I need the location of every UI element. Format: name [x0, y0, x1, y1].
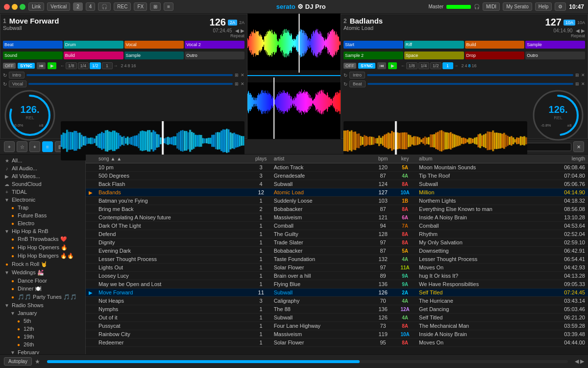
- deck-right-loop-4[interactable]: 1: [442, 62, 453, 69]
- track-song-13[interactable]: Loosey Lucy: [96, 272, 251, 280]
- search-close-button[interactable]: ✕: [573, 141, 584, 152]
- sidebar-item-18[interactable]: ▼Radio Shows: [0, 301, 85, 309]
- track-song-12[interactable]: Lights Out: [96, 263, 251, 272]
- add-smartcrate-button[interactable]: ☆: [17, 141, 27, 152]
- sidebar-item-4[interactable]: +TIDAL: [0, 188, 85, 196]
- table-row[interactable]: ▶Move Forward11Subwall1262ASelf Titled07…: [86, 289, 588, 297]
- table-row[interactable]: Rainbow City1Massiveism11910AInside A No…: [86, 330, 588, 339]
- track-song-5[interactable]: Bring me Back: [96, 205, 251, 213]
- scroll-right-icon[interactable]: ▶: [580, 358, 584, 365]
- headphones-button[interactable]: 🎧: [98, 2, 111, 11]
- cue-pad-7[interactable]: Outro: [185, 52, 245, 59]
- track-song-20[interactable]: Rainbow City: [96, 330, 251, 339]
- sidebar-item-10[interactable]: ●RnB Throwbacks ❤️: [0, 235, 85, 243]
- deck-left-loop-4[interactable]: 1: [102, 62, 113, 69]
- help-button[interactable]: Help: [535, 2, 552, 11]
- add-folder-button[interactable]: +: [29, 141, 40, 152]
- track-song-21[interactable]: Redeemer: [96, 339, 251, 347]
- cue-pad-2[interactable]: Vocal: [124, 41, 184, 49]
- table-row[interactable]: ▶Badlands12Atomic Load12710AMillion04:14…: [86, 188, 588, 197]
- track-song-11[interactable]: Lesser Thought Process: [96, 255, 251, 263]
- sidebar-item-9[interactable]: ▼Hip Hop & RnB: [0, 227, 85, 235]
- table-row[interactable]: Dark Of The Light1Comball947AComball04:5…: [86, 222, 588, 230]
- deck-left-fx1[interactable]: Intro: [9, 72, 24, 79]
- table-row[interactable]: Not Heaps3Caligraphy704AThe Hurricane03:…: [86, 297, 588, 305]
- deck-left-loop-2[interactable]: 1/4: [78, 62, 89, 69]
- add-crate-button[interactable]: +: [4, 141, 15, 152]
- table-row[interactable]: Evening Dark1Bobabacker875ADownsetting06…: [86, 247, 588, 255]
- track-song-10[interactable]: Evening Dark: [96, 247, 251, 255]
- fx-button[interactable]: FX: [134, 2, 147, 11]
- sidebar-item-20[interactable]: ●5th: [0, 317, 85, 325]
- deck-right-loop-2[interactable]: 1/4: [418, 62, 430, 69]
- sidebar-item-3[interactable]: ☁SoundCloud: [0, 180, 85, 188]
- track-song-18[interactable]: Out of it: [96, 314, 251, 322]
- cue-pad-7[interactable]: Outro: [525, 52, 585, 59]
- deck-left-loop-3[interactable]: 1/2: [90, 62, 101, 69]
- table-row[interactable]: Lights Out1Solar Flower9711AMoves On04:4…: [86, 263, 588, 272]
- deck-right-prev-btn[interactable]: ⏮: [377, 62, 386, 69]
- grid-button[interactable]: ⊞: [150, 2, 161, 11]
- sidebar-item-8[interactable]: ●Electro: [0, 219, 85, 227]
- track-song-0[interactable]: 10 pm: [96, 163, 251, 172]
- sidebar-item-21[interactable]: ●12th: [0, 325, 85, 333]
- track-song-19[interactable]: Pussycat: [96, 322, 251, 330]
- sidebar-item-1[interactable]: ♪All Audio...: [0, 164, 85, 172]
- track-song-6[interactable]: Contemplating A Noisey future: [96, 213, 251, 222]
- track-song-2[interactable]: Back Flash: [96, 180, 251, 188]
- th-bpm[interactable]: bpm: [372, 155, 394, 163]
- sidebar-item-13[interactable]: ●Rock n Roll 🤘: [0, 260, 85, 268]
- table-row[interactable]: Lesser Thought Process1Taste Foundation1…: [86, 255, 588, 263]
- rec-button[interactable]: REC: [114, 2, 131, 11]
- deck-left-off-btn[interactable]: OFF: [3, 63, 16, 69]
- table-row[interactable]: Nymphs1The 8813612AGet Dancing05:03.46: [86, 305, 588, 314]
- sidebar-item-17[interactable]: ●🎵🎵 Party Tunes 🎵🎵: [0, 293, 85, 301]
- track-song-17[interactable]: Nymphs: [96, 305, 251, 314]
- deck-right-off-btn[interactable]: OFF: [343, 63, 356, 69]
- track-song-3[interactable]: Badlands: [96, 188, 251, 197]
- vertical-button[interactable]: Vertical: [47, 2, 70, 11]
- table-row[interactable]: Bring me Back2Bobabacker878AEverything E…: [86, 205, 588, 213]
- star-icon[interactable]: ★: [35, 358, 40, 365]
- cue-pad-1[interactable]: Riff: [404, 41, 464, 49]
- track-song-16[interactable]: Not Heaps: [96, 297, 251, 305]
- autoplay-button[interactable]: Autoplay: [4, 357, 32, 366]
- table-row[interactable]: Dignity1Trade Slater978AMy Only Salvatio…: [86, 238, 588, 247]
- close-button[interactable]: [4, 4, 10, 10]
- track-song-1[interactable]: 500 Degrees: [96, 172, 251, 180]
- list-view-button[interactable]: ≡: [42, 141, 53, 152]
- deck-right-loop-3[interactable]: 1/2: [430, 62, 441, 69]
- link-button[interactable]: Link: [28, 2, 44, 11]
- deck-left-fx2[interactable]: Vocal: [9, 80, 26, 87]
- minimize-button[interactable]: [12, 4, 18, 10]
- table-row[interactable]: Redeemer1Solar Flower958AMoves On04:44.0…: [86, 339, 588, 347]
- sidebar-item-19[interactable]: ▼January: [0, 309, 85, 317]
- table-row[interactable]: May we be Open and Lost1Flying Blue1369A…: [86, 280, 588, 289]
- scroll-left-icon[interactable]: ◀: [575, 358, 579, 365]
- deck-right-fx2[interactable]: Beat: [349, 80, 366, 87]
- cue-pad-4[interactable]: Sound: [3, 52, 63, 59]
- settings-button[interactable]: ⚙: [555, 2, 566, 11]
- th-plays[interactable]: plays: [251, 155, 271, 163]
- cue-pad-3[interactable]: Vocal 2: [185, 41, 245, 49]
- table-row[interactable]: Batman you're Fying1Suddenly Loose1031BN…: [86, 197, 588, 205]
- deck-right-fx1[interactable]: Intro: [349, 72, 365, 79]
- cue-pad-5[interactable]: Space: [404, 52, 464, 59]
- deck-left-play-btn[interactable]: ▶: [48, 62, 56, 69]
- track-song-8[interactable]: Defend: [96, 230, 251, 238]
- deck-right-loop-1[interactable]: 1/8: [406, 62, 417, 69]
- maximize-button[interactable]: [20, 4, 25, 10]
- deck-left-loop-1[interactable]: 1/8: [66, 62, 77, 69]
- cue-pad-3[interactable]: Sample: [525, 41, 585, 49]
- th-album[interactable]: album: [416, 155, 556, 163]
- table-row[interactable]: Out of it1Subwall1264ASelf Titled06:21.2…: [86, 314, 588, 322]
- sidebar-item-2[interactable]: ▶All Videos...: [0, 172, 85, 180]
- sidebar-item-11[interactable]: ●Hip Hop Openers 🔥: [0, 243, 85, 252]
- sidebar-item-5[interactable]: ▼Electronic: [0, 196, 85, 204]
- cue-pad-4[interactable]: Sample 2: [343, 52, 403, 59]
- th-artist[interactable]: artist: [271, 155, 372, 163]
- deck-left-sync-btn[interactable]: SYNC: [18, 63, 35, 69]
- cue-pad-1[interactable]: Drum: [64, 41, 123, 49]
- table-row[interactable]: 10 pm3Action Track1205AMoon Mountain Sou…: [86, 163, 588, 172]
- table-row[interactable]: Pussycat1Four Lane Highway738AThe Mechan…: [86, 322, 588, 330]
